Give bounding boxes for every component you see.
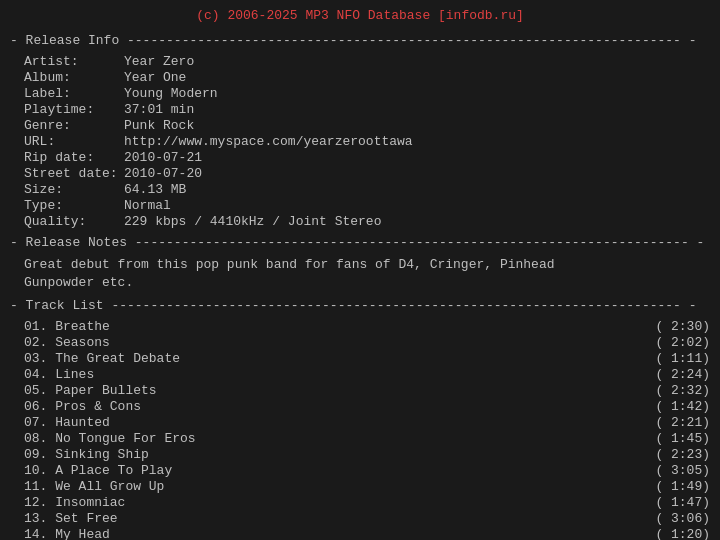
track-duration: ( 2:24): [655, 367, 710, 382]
track-name: 01. Breathe: [24, 319, 110, 334]
track-row: 03. The Great Debate( 1:11): [24, 351, 710, 366]
info-row: Type:Normal: [24, 198, 710, 213]
track-duration: ( 2:21): [655, 415, 710, 430]
track-name: 06. Pros & Cons: [24, 399, 141, 414]
track-name: 11. We All Grow Up: [24, 479, 164, 494]
info-label: Genre:: [24, 118, 124, 133]
track-row: 04. Lines( 2:24): [24, 367, 710, 382]
info-label: Album:: [24, 70, 124, 85]
info-value: Normal: [124, 198, 171, 213]
info-row: Album:Year One: [24, 70, 710, 85]
track-name: 05. Paper Bullets: [24, 383, 157, 398]
track-name: 09. Sinking Ship: [24, 447, 149, 462]
track-duration: ( 1:47): [655, 495, 710, 510]
info-row: Genre:Punk Rock: [24, 118, 710, 133]
info-value: 2010-07-21: [124, 150, 202, 165]
info-value: 37:01 min: [124, 102, 194, 117]
info-label: Playtime:: [24, 102, 124, 117]
track-row: 07. Haunted( 2:21): [24, 415, 710, 430]
info-row: Quality:229 kbps / 4410kHz / Joint Stere…: [24, 214, 710, 229]
release-info-section: - Release Info -------------------------…: [10, 33, 710, 229]
track-duration: ( 2:32): [655, 383, 710, 398]
notes-line-1: Great debut from this pop punk band for …: [24, 256, 710, 274]
header-text: (c) 2006-2025 MP3 NFO Database [infodb.r…: [10, 8, 710, 23]
track-list-line: - Track List ---------------------------…: [10, 298, 710, 313]
info-row: Size:64.13 MB: [24, 182, 710, 197]
track-name: 02. Seasons: [24, 335, 110, 350]
track-duration: ( 3:06): [655, 511, 710, 526]
track-row: 10. A Place To Play( 3:05): [24, 463, 710, 478]
release-info-table: Artist:Year ZeroAlbum:Year OneLabel:Youn…: [24, 54, 710, 229]
info-label: Size:: [24, 182, 124, 197]
info-value: Year One: [124, 70, 186, 85]
info-label: Street date:: [24, 166, 124, 181]
track-name: 03. The Great Debate: [24, 351, 180, 366]
track-duration: ( 1:45): [655, 431, 710, 446]
info-row: Artist:Year Zero: [24, 54, 710, 69]
track-duration: ( 1:49): [655, 479, 710, 494]
info-label: Label:: [24, 86, 124, 101]
track-row: 12. Insomniac( 1:47): [24, 495, 710, 510]
info-label: Type:: [24, 198, 124, 213]
info-value: Year Zero: [124, 54, 194, 69]
track-name: 12. Insomniac: [24, 495, 125, 510]
info-value: http://www.myspace.com/yearzeroottawa: [124, 134, 413, 149]
track-name: 08. No Tongue For Eros: [24, 431, 196, 446]
track-name: 07. Haunted: [24, 415, 110, 430]
info-value: Young Modern: [124, 86, 218, 101]
notes-line-2: Gunpowder etc.: [24, 274, 710, 292]
track-name: 14. My Head: [24, 527, 110, 540]
track-duration: ( 2:02): [655, 335, 710, 350]
info-row: Label:Young Modern: [24, 86, 710, 101]
info-label: Quality:: [24, 214, 124, 229]
info-label: Artist:: [24, 54, 124, 69]
track-name: 13. Set Free: [24, 511, 118, 526]
track-name: 10. A Place To Play: [24, 463, 172, 478]
release-notes-section: - Release Notes ------------------------…: [10, 235, 710, 292]
track-row: 05. Paper Bullets( 2:32): [24, 383, 710, 398]
release-notes-line: - Release Notes ------------------------…: [10, 235, 710, 250]
track-row: 06. Pros & Cons( 1:42): [24, 399, 710, 414]
info-value: Punk Rock: [124, 118, 194, 133]
track-list-container: 01. Breathe( 2:30)02. Seasons( 2:02)03. …: [24, 319, 710, 540]
track-list-section: - Track List ---------------------------…: [10, 298, 710, 540]
track-duration: ( 1:20): [655, 527, 710, 540]
header: (c) 2006-2025 MP3 NFO Database [infodb.r…: [10, 8, 710, 23]
info-row: Street date:2010-07-20: [24, 166, 710, 181]
info-row: URL:http://www.myspace.com/yearzeroottaw…: [24, 134, 710, 149]
track-row: 09. Sinking Ship( 2:23): [24, 447, 710, 462]
track-row: 14. My Head( 1:20): [24, 527, 710, 540]
track-duration: ( 2:23): [655, 447, 710, 462]
track-row: 13. Set Free( 3:06): [24, 511, 710, 526]
track-row: 08. No Tongue For Eros( 1:45): [24, 431, 710, 446]
release-notes-text: Great debut from this pop punk band for …: [24, 256, 710, 292]
track-duration: ( 1:42): [655, 399, 710, 414]
info-value: 229 kbps / 4410kHz / Joint Stereo: [124, 214, 381, 229]
info-label: URL:: [24, 134, 124, 149]
track-name: 04. Lines: [24, 367, 94, 382]
info-row: Rip date:2010-07-21: [24, 150, 710, 165]
track-duration: ( 1:11): [655, 351, 710, 366]
track-duration: ( 3:05): [655, 463, 710, 478]
track-row: 02. Seasons( 2:02): [24, 335, 710, 350]
info-value: 2010-07-20: [124, 166, 202, 181]
track-row: 11. We All Grow Up( 1:49): [24, 479, 710, 494]
track-row: 01. Breathe( 2:30): [24, 319, 710, 334]
track-duration: ( 2:30): [655, 319, 710, 334]
info-row: Playtime:37:01 min: [24, 102, 710, 117]
info-label: Rip date:: [24, 150, 124, 165]
info-value: 64.13 MB: [124, 182, 186, 197]
release-info-line: - Release Info -------------------------…: [10, 33, 710, 48]
